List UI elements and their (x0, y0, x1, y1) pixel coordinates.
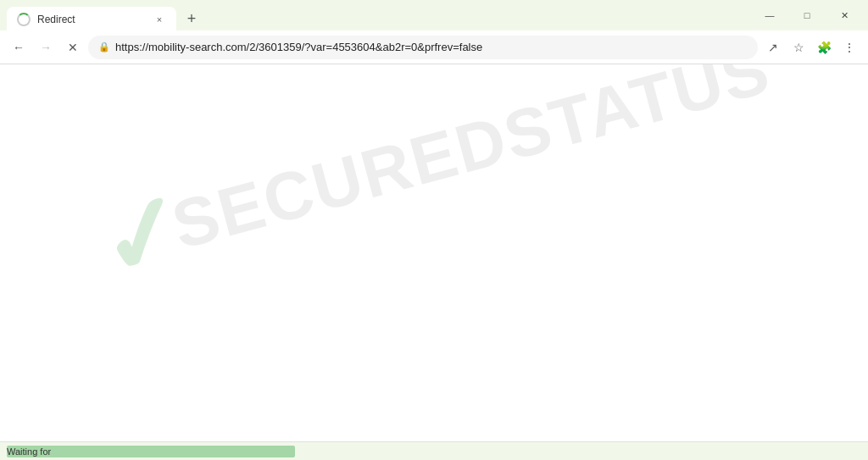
url-bar[interactable]: 🔒 https://mobility-search.com/2/3601359/… (88, 36, 758, 59)
url-text: https://mobility-search.com/2/3601359/?v… (115, 41, 748, 53)
bookmark-button[interactable]: ☆ (787, 36, 810, 59)
page-content: ✓ SECUREDSTATUS (0, 64, 868, 441)
watermark: ✓ SECUREDSTATUS (86, 64, 782, 297)
extensions-button[interactable]: 🧩 (812, 36, 836, 59)
maximize-button[interactable]: □ (790, 2, 824, 29)
status-bar: Waiting for (0, 441, 868, 460)
watermark-text: SECUREDSTATUS (165, 64, 776, 260)
forward-button[interactable]: → (34, 36, 58, 59)
tabs-area: Redirect × + (7, 0, 753, 30)
tab-title: Redirect (37, 14, 146, 25)
watermark-checkmark: ✓ (86, 176, 196, 297)
close-window-button[interactable]: ✕ (827, 2, 861, 29)
status-text: Waiting for (7, 446, 51, 457)
menu-button[interactable]: ⋮ (837, 36, 861, 59)
address-bar: ← → ✕ 🔒 https://mobility-search.com/2/36… (0, 30, 868, 64)
minimize-button[interactable]: — (753, 2, 787, 29)
window-controls: — □ ✕ (753, 2, 861, 29)
lock-icon: 🔒 (98, 42, 110, 53)
loading-spinner (17, 13, 31, 26)
title-bar: Redirect × + — □ ✕ (0, 0, 868, 30)
new-tab-button[interactable]: + (180, 7, 203, 30)
address-actions: ↗ ☆ 🧩 ⋮ (761, 36, 861, 59)
reload-button[interactable]: ✕ (61, 36, 85, 59)
active-tab[interactable]: Redirect × (7, 7, 176, 32)
tab-close-button[interactable]: × (153, 13, 166, 26)
back-button[interactable]: ← (7, 36, 31, 59)
share-button[interactable]: ↗ (761, 36, 785, 59)
